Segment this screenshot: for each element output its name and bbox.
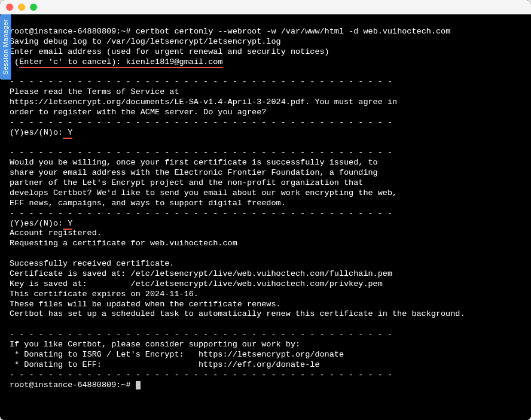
output-line: Account registered. — [10, 229, 102, 238]
prompt-hash: # — [126, 27, 130, 36]
email-entry-line: (Enter 'c' to cancel): kienle1819@gmail.… — [10, 57, 223, 68]
output-line: Enter email address (used for urgent ren… — [10, 47, 329, 56]
yesno-line-1: (Y)es/(N)o: Y — [10, 128, 72, 139]
terminal-window: Session Manager root@instance-64880809:~… — [0, 0, 531, 420]
divider-dashes: - - - - - - - - - - - - - - - - - - - - … — [10, 77, 392, 86]
output-line: This certificate expires on 2024-11-16. — [10, 290, 199, 299]
output-line: https://letsencrypt.org/documents/LE-SA-… — [10, 98, 397, 106]
titlebar — [0, 0, 531, 14]
output-line: Certbot has set up a scheduled task to a… — [10, 309, 465, 318]
output-line: Saving debug log to /var/log/letsencrypt… — [10, 37, 281, 46]
divider-dashes: - - - - - - - - - - - - - - - - - - - - … — [10, 118, 392, 127]
output-line: These files will be updated when the cer… — [10, 300, 281, 309]
close-icon[interactable] — [6, 4, 13, 11]
session-manager-tab[interactable]: Session Manager — [0, 14, 11, 80]
yesno-label: (Y)es/(N)o: — [10, 219, 63, 228]
blank-line — [10, 319, 14, 328]
yesno-answer: Y — [63, 219, 72, 230]
zoom-icon[interactable] — [30, 4, 37, 11]
divider-dashes: - - - - - - - - - - - - - - - - - - - - … — [10, 330, 392, 339]
yesno-label: (Y)es/(N)o: — [10, 128, 63, 137]
terminal-output[interactable]: root@instance-64880809:~# certbot certon… — [0, 14, 531, 420]
cursor-icon — [136, 381, 141, 389]
yesno-answer: Y — [63, 128, 72, 139]
output-line: Successfully received certificate. — [10, 259, 174, 268]
output-line: Requesting a certificate for web.vuihoct… — [10, 239, 237, 248]
divider-dashes: - - - - - - - - - - - - - - - - - - - - … — [10, 370, 392, 379]
output-line: develops Certbot? We'd like to send you … — [10, 188, 397, 197]
blank-line — [10, 138, 14, 147]
prompt-line-1: root@instance-64880809:~# certbot certon… — [10, 27, 450, 36]
command-text: certbot certonly --webroot -w /var/www/h… — [136, 27, 451, 36]
paren-space: ( — [10, 57, 19, 66]
output-line: partner of the Let's Encrypt project and… — [10, 178, 363, 187]
output-line: order to register with the ACME server. … — [10, 108, 266, 117]
blank-line — [10, 249, 14, 258]
prompt-user: root@instance-64880809 — [10, 27, 116, 36]
output-line: Key is saved at: /etc/letsencrypt/live/w… — [10, 279, 383, 288]
cancel-hint: Enter 'c' to cancel): — [19, 57, 121, 68]
output-line: Please read the Terms of Service at — [10, 87, 179, 96]
output-line: * Donating to ISRG / Let's Encrypt: http… — [10, 350, 344, 359]
yesno-line-2: (Y)es/(N)o: Y — [10, 219, 72, 230]
email-value: kienle1819@gmail.com — [121, 57, 222, 68]
output-line: EFF news, campaigns, and ways to support… — [10, 199, 286, 208]
prompt-hash: # — [126, 381, 130, 389]
prompt-user: root@instance-64880809 — [10, 381, 116, 389]
divider-dashes: - - - - - - - - - - - - - - - - - - - - … — [10, 209, 392, 218]
minimize-icon[interactable] — [18, 4, 25, 11]
divider-dashes: - - - - - - - - - - - - - - - - - - - - … — [10, 148, 392, 157]
output-line: * Donating to EFF: https://eff.org/donat… — [10, 360, 320, 369]
output-line: If you like Certbot, please consider sup… — [10, 340, 300, 349]
prompt-line-2: root@instance-64880809:~# — [10, 381, 141, 389]
output-line: Certificate is saved at: /etc/letsencryp… — [10, 269, 392, 278]
output-line: Would you be willing, once your first ce… — [10, 158, 378, 167]
output-line: share your email address with the Electr… — [10, 168, 378, 177]
